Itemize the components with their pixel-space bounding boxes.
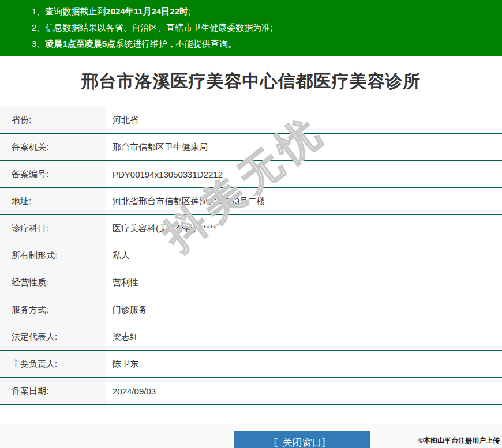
close-window-button[interactable]: 〖关闭窗口〗 (234, 431, 370, 448)
notice-line-3-post: 系统进行维护，不能提供查询。 (115, 39, 237, 48)
notice-header: 1、查询数据截止到2024年11月24日22时; 2、信息数据结果以各省、自治区… (0, 0, 502, 56)
row-label: 主要负责人: (0, 351, 106, 377)
row-label: 地址: (0, 188, 106, 214)
upload-caption: ©本图由平台注册用户上传 (418, 436, 500, 446)
notice-line-1-post: ; (188, 6, 190, 16)
notice-line-2: 2、信息数据结果以各省、自治区、直辖市卫生健康委数据为准; (32, 20, 496, 36)
table-row-business-nature: 经营性质: 营利性 (0, 269, 502, 296)
table-row-legal-representative: 法定代表人: 梁志红 (0, 323, 502, 351)
notice-line-1-pre: 1、查询数据截止到 (32, 6, 106, 16)
row-value: 陈卫东 (106, 351, 502, 377)
table-row-treatment-subjects: 诊疗科目: 医疗美容科(美容外科)****** (0, 215, 502, 242)
notice-line-3: 3、凌晨1点至凌晨5点系统进行维护，不能提供查询。 (32, 36, 496, 52)
info-table: 省份: 河北省 备案机关: 邢台市信都区卫生健康局 备案编号: PDY00194… (0, 107, 502, 405)
table-row-filing-date: 备案日期: 2024/09/03 (0, 378, 502, 405)
notice-line-2-pre: 2、信息数据结果以各省、自治区、直辖市卫生健康委数据为准; (32, 22, 273, 32)
row-value: 私人 (106, 242, 502, 269)
row-label: 备案日期: (0, 378, 106, 404)
page-title: 邢台市洛溪医疗美容中心信都医疗美容诊所 (81, 70, 421, 93)
row-value: 河北省 (106, 107, 502, 133)
footer-bar: 〖关闭窗口〗 ©本图由平台注册用户上传 (0, 424, 502, 448)
title-wrap: 邢台市洛溪医疗美容中心信都医疗美容诊所 (0, 56, 502, 107)
table-row-filing-authority: 备案机关: 邢台市信都区卫生健康局 (0, 134, 502, 161)
row-label: 服务方式: (0, 296, 106, 323)
row-label: 诊疗科目: (0, 215, 106, 242)
table-row-address: 地址: 河北省邢台市信都区莲池大街233号二楼 (0, 188, 502, 215)
row-label: 所有制形式: (0, 242, 106, 269)
row-value: 梁志红 (106, 323, 502, 350)
row-value: PDY00194x13050331D2212 (106, 161, 502, 187)
table-row-ownership-form: 所有制形式: 私人 (0, 242, 502, 269)
row-value: 门诊服务 (106, 296, 502, 323)
row-value: 2024/09/03 (106, 378, 502, 404)
table-row-filing-number: 备案编号: PDY00194x13050331D2212 (0, 161, 502, 188)
row-value: 河北省邢台市信都区莲池大街233号二楼 (106, 188, 502, 214)
row-label: 备案机关: (0, 134, 106, 160)
table-row-principal: 主要负责人: 陈卫东 (0, 351, 502, 378)
notice-line-3-pre: 3、 (32, 39, 45, 48)
row-label: 省份: (0, 107, 106, 133)
row-label: 经营性质: (0, 269, 106, 296)
row-label: 法定代表人: (0, 323, 106, 350)
row-label: 备案编号: (0, 161, 106, 187)
row-value: 营利性 (106, 269, 502, 296)
table-row-province: 省份: 河北省 (0, 107, 502, 134)
row-value: 医疗美容科(美容外科)****** (106, 215, 502, 242)
row-value: 邢台市信都区卫生健康局 (106, 134, 502, 160)
table-row-service-mode: 服务方式: 门诊服务 (0, 296, 502, 323)
notice-line-1-bold: 2024年11月24日22时 (106, 6, 188, 16)
notice-line-3-bold: 凌晨1点至凌晨5点 (45, 39, 115, 48)
notice-line-1: 1、查询数据截止到2024年11月24日22时; (32, 3, 496, 20)
